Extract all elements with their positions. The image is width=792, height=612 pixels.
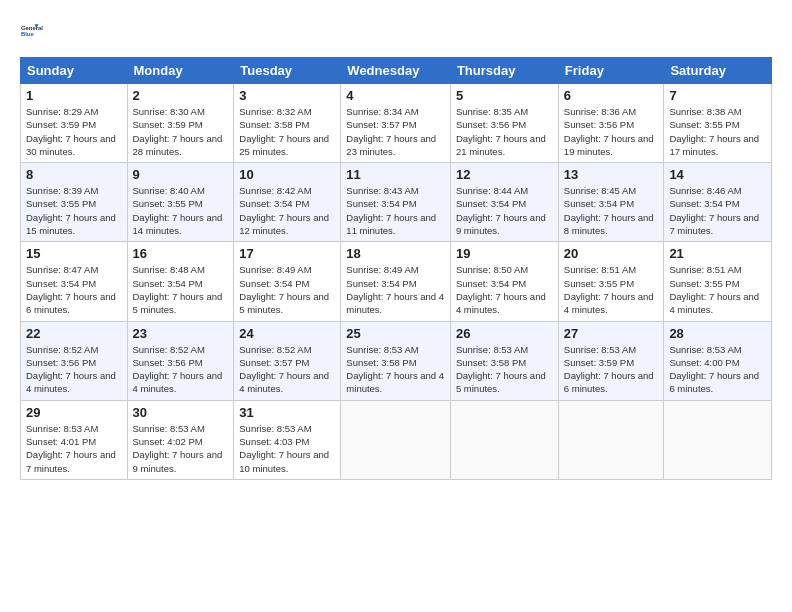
- calendar-day-cell: 18 Sunrise: 8:49 AMSunset: 3:54 PMDaylig…: [341, 242, 451, 321]
- calendar-day-cell: 3 Sunrise: 8:32 AMSunset: 3:58 PMDayligh…: [234, 84, 341, 163]
- calendar-day-cell: 1 Sunrise: 8:29 AMSunset: 3:59 PMDayligh…: [21, 84, 128, 163]
- day-number: 6: [564, 88, 659, 103]
- day-detail: Sunrise: 8:45 AMSunset: 3:54 PMDaylight:…: [564, 184, 659, 237]
- day-number: 18: [346, 246, 445, 261]
- calendar-day-cell: 31 Sunrise: 8:53 AMSunset: 4:03 PMDaylig…: [234, 400, 341, 479]
- weekday-header: Thursday: [450, 58, 558, 84]
- calendar-day-cell: 22 Sunrise: 8:52 AMSunset: 3:56 PMDaylig…: [21, 321, 128, 400]
- day-detail: Sunrise: 8:52 AMSunset: 3:56 PMDaylight:…: [133, 343, 229, 396]
- day-detail: Sunrise: 8:39 AMSunset: 3:55 PMDaylight:…: [26, 184, 122, 237]
- calendar-day-cell: 20 Sunrise: 8:51 AMSunset: 3:55 PMDaylig…: [558, 242, 664, 321]
- calendar-day-cell: 12 Sunrise: 8:44 AMSunset: 3:54 PMDaylig…: [450, 163, 558, 242]
- day-number: 30: [133, 405, 229, 420]
- day-number: 7: [669, 88, 766, 103]
- calendar-day-cell: 15 Sunrise: 8:47 AMSunset: 3:54 PMDaylig…: [21, 242, 128, 321]
- calendar-day-cell: 23 Sunrise: 8:52 AMSunset: 3:56 PMDaylig…: [127, 321, 234, 400]
- day-detail: Sunrise: 8:50 AMSunset: 3:54 PMDaylight:…: [456, 263, 553, 316]
- day-number: 8: [26, 167, 122, 182]
- calendar-week-row: 15 Sunrise: 8:47 AMSunset: 3:54 PMDaylig…: [21, 242, 772, 321]
- calendar-day-cell: 6 Sunrise: 8:36 AMSunset: 3:56 PMDayligh…: [558, 84, 664, 163]
- day-detail: Sunrise: 8:51 AMSunset: 3:55 PMDaylight:…: [669, 263, 766, 316]
- day-number: 10: [239, 167, 335, 182]
- day-detail: Sunrise: 8:53 AMSunset: 4:00 PMDaylight:…: [669, 343, 766, 396]
- day-detail: Sunrise: 8:49 AMSunset: 3:54 PMDaylight:…: [239, 263, 335, 316]
- calendar-day-cell: 4 Sunrise: 8:34 AMSunset: 3:57 PMDayligh…: [341, 84, 451, 163]
- day-number: 22: [26, 326, 122, 341]
- calendar-day-cell: 28 Sunrise: 8:53 AMSunset: 4:00 PMDaylig…: [664, 321, 772, 400]
- day-detail: Sunrise: 8:32 AMSunset: 3:58 PMDaylight:…: [239, 105, 335, 158]
- calendar-day-cell: [558, 400, 664, 479]
- day-detail: Sunrise: 8:42 AMSunset: 3:54 PMDaylight:…: [239, 184, 335, 237]
- calendar-day-cell: 17 Sunrise: 8:49 AMSunset: 3:54 PMDaylig…: [234, 242, 341, 321]
- calendar-day-cell: 9 Sunrise: 8:40 AMSunset: 3:55 PMDayligh…: [127, 163, 234, 242]
- calendar-day-cell: 30 Sunrise: 8:53 AMSunset: 4:02 PMDaylig…: [127, 400, 234, 479]
- day-detail: Sunrise: 8:53 AMSunset: 3:59 PMDaylight:…: [564, 343, 659, 396]
- day-number: 20: [564, 246, 659, 261]
- day-number: 9: [133, 167, 229, 182]
- day-number: 5: [456, 88, 553, 103]
- day-detail: Sunrise: 8:29 AMSunset: 3:59 PMDaylight:…: [26, 105, 122, 158]
- day-number: 2: [133, 88, 229, 103]
- calendar-day-cell: 14 Sunrise: 8:46 AMSunset: 3:54 PMDaylig…: [664, 163, 772, 242]
- calendar-day-cell: [664, 400, 772, 479]
- calendar-day-cell: 26 Sunrise: 8:53 AMSunset: 3:58 PMDaylig…: [450, 321, 558, 400]
- day-detail: Sunrise: 8:30 AMSunset: 3:59 PMDaylight:…: [133, 105, 229, 158]
- day-detail: Sunrise: 8:52 AMSunset: 3:57 PMDaylight:…: [239, 343, 335, 396]
- day-detail: Sunrise: 8:36 AMSunset: 3:56 PMDaylight:…: [564, 105, 659, 158]
- day-detail: Sunrise: 8:49 AMSunset: 3:54 PMDaylight:…: [346, 263, 445, 316]
- day-detail: Sunrise: 8:53 AMSunset: 3:58 PMDaylight:…: [456, 343, 553, 396]
- day-detail: Sunrise: 8:40 AMSunset: 3:55 PMDaylight:…: [133, 184, 229, 237]
- day-detail: Sunrise: 8:53 AMSunset: 4:03 PMDaylight:…: [239, 422, 335, 475]
- calendar-week-row: 1 Sunrise: 8:29 AMSunset: 3:59 PMDayligh…: [21, 84, 772, 163]
- calendar-day-cell: 27 Sunrise: 8:53 AMSunset: 3:59 PMDaylig…: [558, 321, 664, 400]
- calendar-day-cell: 13 Sunrise: 8:45 AMSunset: 3:54 PMDaylig…: [558, 163, 664, 242]
- day-detail: Sunrise: 8:34 AMSunset: 3:57 PMDaylight:…: [346, 105, 445, 158]
- day-detail: Sunrise: 8:38 AMSunset: 3:55 PMDaylight:…: [669, 105, 766, 158]
- calendar-day-cell: [341, 400, 451, 479]
- day-detail: Sunrise: 8:35 AMSunset: 3:56 PMDaylight:…: [456, 105, 553, 158]
- logo: General Blue: [20, 15, 52, 47]
- weekday-header: Wednesday: [341, 58, 451, 84]
- day-number: 4: [346, 88, 445, 103]
- day-detail: Sunrise: 8:53 AMSunset: 4:01 PMDaylight:…: [26, 422, 122, 475]
- calendar-day-cell: 24 Sunrise: 8:52 AMSunset: 3:57 PMDaylig…: [234, 321, 341, 400]
- calendar-day-cell: 7 Sunrise: 8:38 AMSunset: 3:55 PMDayligh…: [664, 84, 772, 163]
- logo-icon: General Blue: [20, 15, 52, 47]
- calendar-day-cell: 2 Sunrise: 8:30 AMSunset: 3:59 PMDayligh…: [127, 84, 234, 163]
- day-number: 13: [564, 167, 659, 182]
- day-number: 11: [346, 167, 445, 182]
- day-number: 31: [239, 405, 335, 420]
- calendar-day-cell: 10 Sunrise: 8:42 AMSunset: 3:54 PMDaylig…: [234, 163, 341, 242]
- weekday-header: Monday: [127, 58, 234, 84]
- day-number: 15: [26, 246, 122, 261]
- day-detail: Sunrise: 8:51 AMSunset: 3:55 PMDaylight:…: [564, 263, 659, 316]
- svg-text:Blue: Blue: [21, 31, 35, 37]
- weekday-header: Saturday: [664, 58, 772, 84]
- day-detail: Sunrise: 8:46 AMSunset: 3:54 PMDaylight:…: [669, 184, 766, 237]
- day-number: 28: [669, 326, 766, 341]
- day-number: 24: [239, 326, 335, 341]
- calendar-day-cell: 25 Sunrise: 8:53 AMSunset: 3:58 PMDaylig…: [341, 321, 451, 400]
- weekday-header: Sunday: [21, 58, 128, 84]
- day-number: 19: [456, 246, 553, 261]
- calendar-week-row: 29 Sunrise: 8:53 AMSunset: 4:01 PMDaylig…: [21, 400, 772, 479]
- header: General Blue: [20, 15, 772, 47]
- calendar-day-cell: 5 Sunrise: 8:35 AMSunset: 3:56 PMDayligh…: [450, 84, 558, 163]
- day-detail: Sunrise: 8:53 AMSunset: 4:02 PMDaylight:…: [133, 422, 229, 475]
- day-detail: Sunrise: 8:48 AMSunset: 3:54 PMDaylight:…: [133, 263, 229, 316]
- page: General Blue SundayMondayTuesdayWednesda…: [0, 0, 792, 612]
- weekday-header: Tuesday: [234, 58, 341, 84]
- day-number: 16: [133, 246, 229, 261]
- day-number: 25: [346, 326, 445, 341]
- day-number: 14: [669, 167, 766, 182]
- day-number: 29: [26, 405, 122, 420]
- svg-text:General: General: [21, 25, 43, 31]
- day-detail: Sunrise: 8:43 AMSunset: 3:54 PMDaylight:…: [346, 184, 445, 237]
- day-detail: Sunrise: 8:47 AMSunset: 3:54 PMDaylight:…: [26, 263, 122, 316]
- day-number: 26: [456, 326, 553, 341]
- calendar-day-cell: 29 Sunrise: 8:53 AMSunset: 4:01 PMDaylig…: [21, 400, 128, 479]
- calendar-table: SundayMondayTuesdayWednesdayThursdayFrid…: [20, 57, 772, 480]
- day-number: 12: [456, 167, 553, 182]
- calendar-week-row: 22 Sunrise: 8:52 AMSunset: 3:56 PMDaylig…: [21, 321, 772, 400]
- calendar-day-cell: 8 Sunrise: 8:39 AMSunset: 3:55 PMDayligh…: [21, 163, 128, 242]
